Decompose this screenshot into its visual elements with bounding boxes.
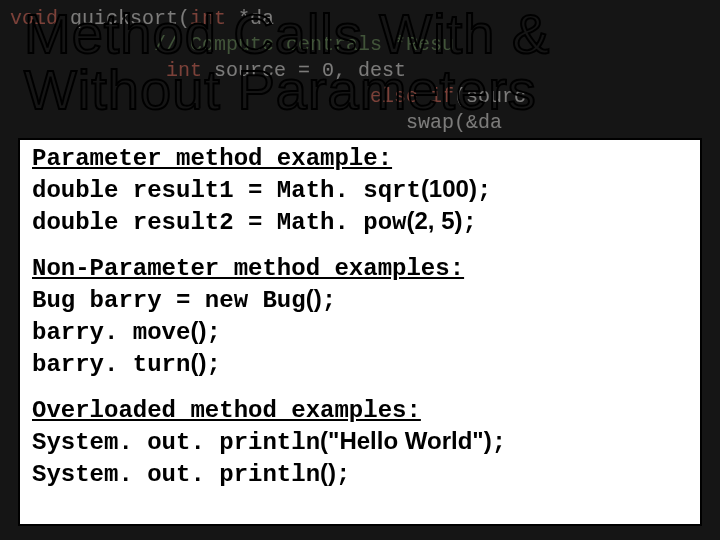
code-line: double result2 = Math. pow(2, 5);	[32, 206, 688, 238]
code-line: barry. turn();	[32, 348, 688, 380]
slide: void quicksort(int *da // Compute centra…	[0, 0, 720, 540]
code-line: System. out. println();	[32, 458, 688, 490]
section-heading: Overloaded method examples:	[32, 396, 688, 426]
section-heading: Parameter method example:	[32, 144, 688, 174]
code-line: Bug barry = new Bug();	[32, 284, 688, 316]
content-panel: Parameter method example: double result1…	[18, 138, 702, 526]
section-nonparameter: Non-Parameter method examples: Bug barry…	[32, 254, 688, 380]
slide-title: Method Calls With & Without Parameters	[24, 6, 696, 118]
code-line: double result1 = Math. sqrt(100);	[32, 174, 688, 206]
code-line: barry. move();	[32, 316, 688, 348]
code-line: System. out. println("Hello World");	[32, 426, 688, 458]
section-parameter: Parameter method example: double result1…	[32, 144, 688, 238]
section-overloaded: Overloaded method examples: System. out.…	[32, 396, 688, 490]
section-heading: Non-Parameter method examples:	[32, 254, 688, 284]
